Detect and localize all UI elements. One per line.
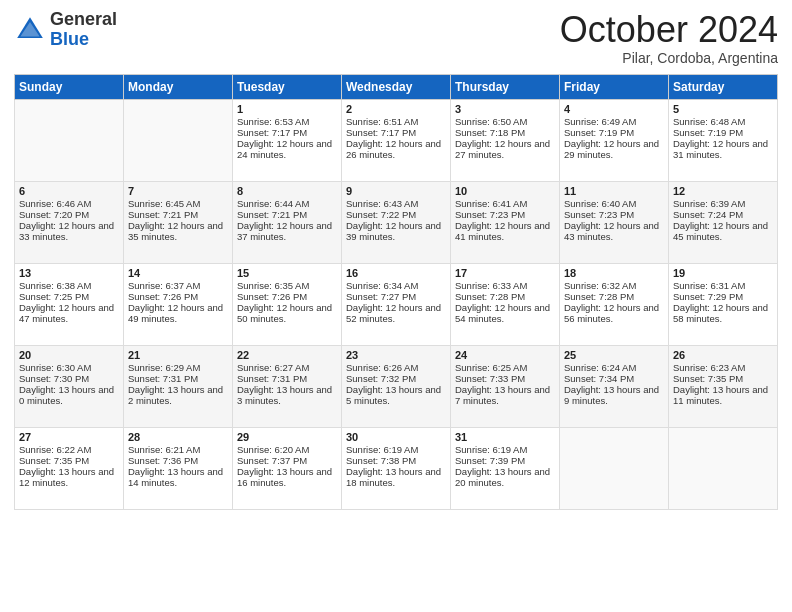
sunrise-text: Sunrise: 6:46 AM <box>19 198 119 209</box>
sunset-text: Sunset: 7:35 PM <box>19 455 119 466</box>
calendar-week-2: 6Sunrise: 6:46 AMSunset: 7:20 PMDaylight… <box>15 181 778 263</box>
calendar-cell-2-2: 7Sunrise: 6:45 AMSunset: 7:21 PMDaylight… <box>124 181 233 263</box>
sunset-text: Sunset: 7:39 PM <box>455 455 555 466</box>
sunrise-text: Sunrise: 6:35 AM <box>237 280 337 291</box>
daylight-text: Daylight: 13 hours and 9 minutes. <box>564 384 664 406</box>
calendar-cell-1-4: 2Sunrise: 6:51 AMSunset: 7:17 PMDaylight… <box>342 99 451 181</box>
sunset-text: Sunset: 7:34 PM <box>564 373 664 384</box>
calendar-cell-2-7: 12Sunrise: 6:39 AMSunset: 7:24 PMDayligh… <box>669 181 778 263</box>
sunrise-text: Sunrise: 6:27 AM <box>237 362 337 373</box>
sunset-text: Sunset: 7:24 PM <box>673 209 773 220</box>
day-number: 18 <box>564 267 664 279</box>
daylight-text: Daylight: 12 hours and 39 minutes. <box>346 220 446 242</box>
calendar-cell-4-2: 21Sunrise: 6:29 AMSunset: 7:31 PMDayligh… <box>124 345 233 427</box>
calendar-cell-5-6 <box>560 427 669 509</box>
calendar-cell-2-5: 10Sunrise: 6:41 AMSunset: 7:23 PMDayligh… <box>451 181 560 263</box>
daylight-text: Daylight: 13 hours and 0 minutes. <box>19 384 119 406</box>
sunset-text: Sunset: 7:38 PM <box>346 455 446 466</box>
sunrise-text: Sunrise: 6:33 AM <box>455 280 555 291</box>
sunrise-text: Sunrise: 6:20 AM <box>237 444 337 455</box>
day-number: 20 <box>19 349 119 361</box>
daylight-text: Daylight: 12 hours and 37 minutes. <box>237 220 337 242</box>
day-number: 9 <box>346 185 446 197</box>
daylight-text: Daylight: 12 hours and 41 minutes. <box>455 220 555 242</box>
daylight-text: Daylight: 12 hours and 33 minutes. <box>19 220 119 242</box>
sunset-text: Sunset: 7:26 PM <box>128 291 228 302</box>
col-wednesday: Wednesday <box>342 74 451 99</box>
sunrise-text: Sunrise: 6:40 AM <box>564 198 664 209</box>
logo: General Blue <box>14 10 117 50</box>
daylight-text: Daylight: 13 hours and 18 minutes. <box>346 466 446 488</box>
day-number: 31 <box>455 431 555 443</box>
sunrise-text: Sunrise: 6:44 AM <box>237 198 337 209</box>
location-subtitle: Pilar, Cordoba, Argentina <box>560 50 778 66</box>
daylight-text: Daylight: 13 hours and 7 minutes. <box>455 384 555 406</box>
calendar-cell-1-7: 5Sunrise: 6:48 AMSunset: 7:19 PMDaylight… <box>669 99 778 181</box>
day-number: 2 <box>346 103 446 115</box>
sunset-text: Sunset: 7:21 PM <box>128 209 228 220</box>
day-number: 26 <box>673 349 773 361</box>
calendar-cell-5-4: 30Sunrise: 6:19 AMSunset: 7:38 PMDayligh… <box>342 427 451 509</box>
calendar-table: Sunday Monday Tuesday Wednesday Thursday… <box>14 74 778 510</box>
day-number: 17 <box>455 267 555 279</box>
calendar-cell-3-6: 18Sunrise: 6:32 AMSunset: 7:28 PMDayligh… <box>560 263 669 345</box>
sunrise-text: Sunrise: 6:30 AM <box>19 362 119 373</box>
sunset-text: Sunset: 7:26 PM <box>237 291 337 302</box>
calendar-cell-3-7: 19Sunrise: 6:31 AMSunset: 7:29 PMDayligh… <box>669 263 778 345</box>
calendar-cell-2-4: 9Sunrise: 6:43 AMSunset: 7:22 PMDaylight… <box>342 181 451 263</box>
day-number: 8 <box>237 185 337 197</box>
sunset-text: Sunset: 7:32 PM <box>346 373 446 384</box>
sunset-text: Sunset: 7:21 PM <box>237 209 337 220</box>
calendar-cell-4-5: 24Sunrise: 6:25 AMSunset: 7:33 PMDayligh… <box>451 345 560 427</box>
daylight-text: Daylight: 12 hours and 29 minutes. <box>564 138 664 160</box>
sunrise-text: Sunrise: 6:34 AM <box>346 280 446 291</box>
daylight-text: Daylight: 12 hours and 26 minutes. <box>346 138 446 160</box>
day-number: 21 <box>128 349 228 361</box>
calendar-week-3: 13Sunrise: 6:38 AMSunset: 7:25 PMDayligh… <box>15 263 778 345</box>
sunrise-text: Sunrise: 6:21 AM <box>128 444 228 455</box>
sunset-text: Sunset: 7:36 PM <box>128 455 228 466</box>
calendar-cell-1-5: 3Sunrise: 6:50 AMSunset: 7:18 PMDaylight… <box>451 99 560 181</box>
daylight-text: Daylight: 12 hours and 49 minutes. <box>128 302 228 324</box>
sunset-text: Sunset: 7:35 PM <box>673 373 773 384</box>
sunrise-text: Sunrise: 6:39 AM <box>673 198 773 209</box>
sunrise-text: Sunrise: 6:41 AM <box>455 198 555 209</box>
sunrise-text: Sunrise: 6:31 AM <box>673 280 773 291</box>
daylight-text: Daylight: 13 hours and 5 minutes. <box>346 384 446 406</box>
page: General Blue October 2024 Pilar, Cordoba… <box>0 0 792 612</box>
sunrise-text: Sunrise: 6:26 AM <box>346 362 446 373</box>
daylight-text: Daylight: 12 hours and 27 minutes. <box>455 138 555 160</box>
sunset-text: Sunset: 7:20 PM <box>19 209 119 220</box>
logo-icon <box>14 14 46 46</box>
day-number: 7 <box>128 185 228 197</box>
day-number: 10 <box>455 185 555 197</box>
calendar-cell-4-6: 25Sunrise: 6:24 AMSunset: 7:34 PMDayligh… <box>560 345 669 427</box>
calendar-cell-4-4: 23Sunrise: 6:26 AMSunset: 7:32 PMDayligh… <box>342 345 451 427</box>
col-tuesday: Tuesday <box>233 74 342 99</box>
daylight-text: Daylight: 12 hours and 43 minutes. <box>564 220 664 242</box>
day-number: 15 <box>237 267 337 279</box>
sunrise-text: Sunrise: 6:32 AM <box>564 280 664 291</box>
day-number: 19 <box>673 267 773 279</box>
daylight-text: Daylight: 13 hours and 2 minutes. <box>128 384 228 406</box>
calendar-cell-1-3: 1Sunrise: 6:53 AMSunset: 7:17 PMDaylight… <box>233 99 342 181</box>
calendar-week-4: 20Sunrise: 6:30 AMSunset: 7:30 PMDayligh… <box>15 345 778 427</box>
calendar-cell-5-1: 27Sunrise: 6:22 AMSunset: 7:35 PMDayligh… <box>15 427 124 509</box>
daylight-text: Daylight: 12 hours and 56 minutes. <box>564 302 664 324</box>
sunset-text: Sunset: 7:31 PM <box>237 373 337 384</box>
daylight-text: Daylight: 12 hours and 52 minutes. <box>346 302 446 324</box>
calendar-cell-3-2: 14Sunrise: 6:37 AMSunset: 7:26 PMDayligh… <box>124 263 233 345</box>
calendar-cell-1-6: 4Sunrise: 6:49 AMSunset: 7:19 PMDaylight… <box>560 99 669 181</box>
day-number: 29 <box>237 431 337 443</box>
sunset-text: Sunset: 7:25 PM <box>19 291 119 302</box>
daylight-text: Daylight: 12 hours and 47 minutes. <box>19 302 119 324</box>
sunrise-text: Sunrise: 6:38 AM <box>19 280 119 291</box>
daylight-text: Daylight: 12 hours and 50 minutes. <box>237 302 337 324</box>
day-number: 6 <box>19 185 119 197</box>
daylight-text: Daylight: 13 hours and 16 minutes. <box>237 466 337 488</box>
sunrise-text: Sunrise: 6:19 AM <box>346 444 446 455</box>
logo-text: General Blue <box>50 10 117 50</box>
day-number: 16 <box>346 267 446 279</box>
header: General Blue October 2024 Pilar, Cordoba… <box>14 10 778 66</box>
day-number: 1 <box>237 103 337 115</box>
